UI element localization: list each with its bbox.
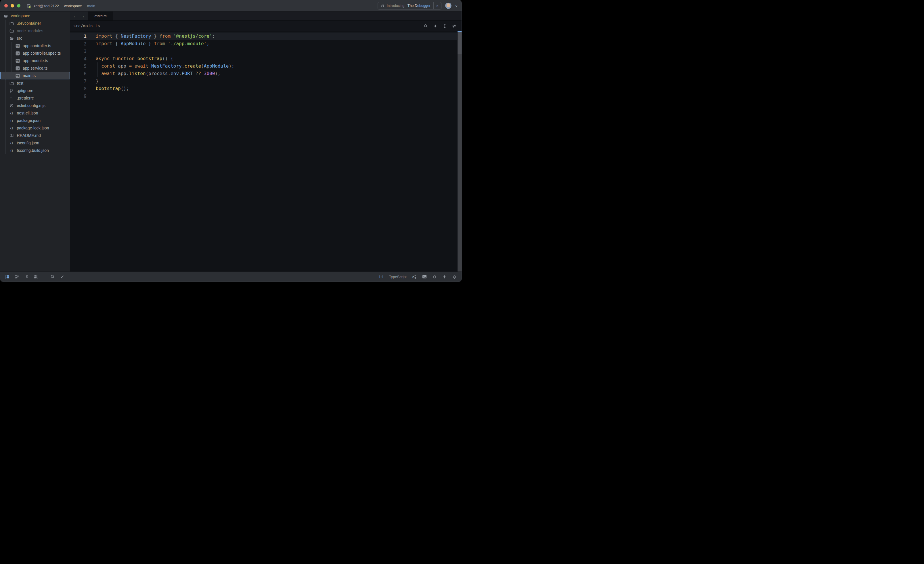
debugger-bug-icon[interactable] — [432, 274, 437, 279]
project-panel-toggle-icon[interactable] — [5, 274, 10, 279]
debugger-announcement-badge[interactable]: Introducing: The Debugger × — [378, 2, 441, 9]
navigate-forward-icon[interactable]: → — [81, 14, 85, 18]
svg-text:{}: {} — [10, 126, 13, 129]
tree-item-label: main.ts — [23, 74, 36, 78]
tree-item-src[interactable]: src — [0, 34, 70, 42]
user-avatar[interactable] — [445, 2, 452, 9]
text-cursor-icon[interactable] — [442, 24, 447, 28]
code-line[interactable]: 6 await app.listen(process.env.PORT ?? 3… — [70, 70, 462, 77]
folder-icon — [9, 81, 14, 86]
tree-item-nest-cli-json[interactable]: {}nest-cli.json — [0, 109, 70, 117]
breadcrumb[interactable]: src/main.ts — [74, 24, 100, 28]
line-number: 1 — [70, 34, 87, 39]
json-icon: {} — [9, 141, 14, 145]
badge-prefix-label: Introducing: — [387, 4, 405, 8]
tree-item-readme-md[interactable]: README.md — [0, 132, 70, 139]
tree-item-workspace[interactable]: workspace — [0, 12, 70, 20]
tree-item-app-controller-spec-ts[interactable]: TSapp.controller.spec.ts — [0, 50, 70, 57]
line-number: 3 — [70, 49, 87, 54]
tree-item-package-json[interactable]: {}package.json — [0, 117, 70, 124]
assistant-sparkle-icon[interactable] — [442, 274, 447, 279]
outline-panel-toggle-icon[interactable] — [24, 274, 29, 279]
tree-item--gitignore[interactable]: .gitignore — [0, 87, 70, 94]
project-search-icon[interactable] — [50, 274, 55, 279]
code-text: async function bootstrap() { — [96, 55, 173, 62]
ts-icon: TS — [15, 66, 20, 70]
tree-item-app-controller-ts[interactable]: TSapp.controller.ts — [0, 42, 70, 50]
chevron-down-icon[interactable]: ∨ — [455, 4, 458, 8]
tree-item-main-ts[interactable]: TSmain.ts — [0, 72, 70, 80]
project-name-label[interactable]: workspace — [64, 4, 82, 8]
code-line[interactable]: 4async function bootstrap() { — [70, 55, 462, 62]
code-line[interactable]: 7} — [70, 77, 462, 85]
terminal-panel-toggle-icon[interactable] — [422, 274, 427, 279]
tree-item-tsconfig-json[interactable]: {}tsconfig.json — [0, 139, 70, 147]
eslint-icon — [9, 103, 14, 108]
minimize-window-button[interactable] — [10, 4, 14, 8]
git-panel-toggle-icon[interactable] — [14, 274, 19, 279]
remote-host-label[interactable]: zed@zed:2122 — [34, 4, 59, 8]
debugger-badge-body[interactable]: Introducing: The Debugger — [378, 2, 434, 9]
badge-title-label: The Debugger — [408, 4, 430, 8]
search-icon[interactable] — [423, 24, 428, 28]
navigate-back-icon[interactable]: ← — [73, 14, 77, 18]
bug-icon — [381, 4, 385, 8]
inline-assist-sparkle-icon[interactable] — [433, 24, 437, 28]
code-line[interactable]: 1import { NestFactory } from '@nestjs/co… — [70, 33, 462, 40]
tab-bar-filler — [113, 12, 462, 20]
line-number: 2 — [70, 41, 87, 46]
breadcrumb-bar: src/main.ts — [70, 21, 462, 31]
badge-close-button[interactable]: × — [434, 2, 441, 9]
tree-item-app-service-ts[interactable]: TSapp.service.ts — [0, 64, 70, 72]
tree-item--prettierrc[interactable]: .prettierrc — [0, 94, 70, 102]
line-number: 4 — [70, 56, 87, 62]
notifications-bell-icon[interactable] — [452, 274, 457, 279]
project-panel: workspace.devcontainernode_modulessrcTSa… — [0, 12, 70, 272]
code-text: import { AppModule } from './app.module'… — [96, 40, 209, 48]
code-line[interactable]: 2import { AppModule } from './app.module… — [70, 40, 462, 48]
diagnostics-check-icon[interactable] — [60, 274, 64, 279]
tree-item-package-lock-json[interactable]: {}package-lock.json — [0, 124, 70, 132]
ts-icon: TS — [15, 44, 20, 48]
git-branch-label[interactable]: main — [87, 4, 95, 8]
edit-prediction-zeta-icon[interactable]: z — [412, 274, 417, 279]
code-editor[interactable]: 1import { NestFactory } from '@nestjs/co… — [70, 31, 462, 272]
tree-item-label: tsconfig.build.json — [17, 148, 49, 153]
tree-item-label: node_modules — [17, 28, 44, 33]
tree-item-tsconfig-build-json[interactable]: {}tsconfig.build.json — [0, 147, 70, 154]
editor-scrollbar[interactable] — [458, 31, 462, 272]
folder-icon — [9, 28, 14, 33]
line-number: 8 — [70, 86, 87, 92]
code-line[interactable]: 3 — [70, 48, 462, 55]
tree-item-node-modules[interactable]: node_modules — [0, 27, 70, 34]
code-line[interactable]: 9 — [70, 92, 462, 100]
ts-icon: TS — [15, 51, 20, 56]
svg-text:{}: {} — [10, 141, 13, 144]
git-icon — [9, 88, 14, 93]
code-text: const app = await NestFactory.create(App… — [96, 62, 234, 70]
code-line[interactable]: 5 const app = await NestFactory.create(A… — [70, 62, 462, 70]
code-line[interactable]: 8bootstrap(); — [70, 85, 462, 92]
scrollbar-thumb[interactable] — [458, 31, 462, 54]
language-selector[interactable]: TypeScript — [389, 274, 406, 279]
folder-icon — [9, 21, 14, 26]
collaboration-panel-toggle-icon[interactable] — [33, 274, 38, 279]
tree-item-test[interactable]: test — [0, 80, 70, 87]
close-window-button[interactable] — [4, 4, 8, 8]
line-number: 5 — [70, 63, 87, 69]
tree-item-label: workspace — [11, 14, 30, 18]
svg-text:TS: TS — [16, 45, 19, 48]
tree-item-label: app.controller.spec.ts — [23, 51, 61, 56]
tree-item-app-module-ts[interactable]: TSapp.module.ts — [0, 57, 70, 64]
cursor-position[interactable]: 1:1 — [379, 274, 384, 279]
tree-item-label: app.service.ts — [23, 66, 48, 70]
tab-main-ts[interactable]: main.ts — [88, 12, 113, 20]
tab-label: main.ts — [94, 14, 107, 18]
json-icon: {} — [9, 118, 14, 123]
zoom-window-button[interactable] — [17, 4, 20, 8]
tree-item-label: README.md — [17, 133, 41, 138]
tree-item-eslint-config-mjs[interactable]: eslint.config.mjs — [0, 102, 70, 109]
tree-item--devcontainer[interactable]: .devcontainer — [0, 20, 70, 27]
svg-text:TS: TS — [16, 67, 19, 70]
editor-controls-sliders-icon[interactable] — [452, 24, 456, 28]
